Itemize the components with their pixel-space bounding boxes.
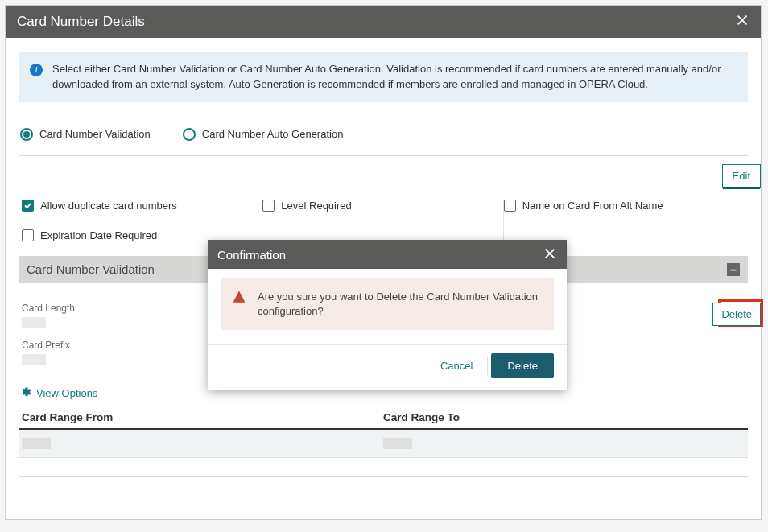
table-row[interactable] — [19, 430, 748, 458]
checkbox-icon — [22, 229, 34, 241]
checkbox-name-from-alt[interactable]: Name on Card From Alt Name — [504, 200, 735, 212]
checkbox-label: Level Required — [281, 200, 351, 212]
checkbox-icon — [504, 200, 516, 212]
close-icon[interactable] — [543, 246, 557, 263]
range-table-header: Card Range From Card Range To — [19, 406, 748, 430]
warning-icon — [232, 290, 246, 319]
radio-icon — [20, 128, 33, 141]
checkbox-allow-duplicate[interactable]: Allow duplicate card numbers — [22, 200, 252, 212]
panel-header: Card Number Details — [6, 6, 761, 38]
mode-radio-group: Card Number Validation Card Number Auto … — [19, 125, 748, 156]
dialog-title: Confirmation — [217, 248, 286, 262]
checkbox-label: Expiration Date Required — [40, 229, 157, 241]
divider — [487, 357, 488, 375]
radio-validation-label: Card Number Validation — [39, 128, 151, 140]
checkbox-level-required[interactable]: Level Required — [262, 200, 493, 212]
checkbox-label: Name on Card From Alt Name — [522, 200, 663, 212]
range-from-value — [22, 438, 51, 449]
range-to-value — [383, 438, 412, 449]
checkbox-grid: Allow duplicate card numbers Expiration … — [19, 185, 748, 248]
dialog-footer: Cancel Delete — [208, 344, 567, 390]
warning-banner: Are you sure you want to Delete the Card… — [221, 278, 554, 330]
checkbox-icon — [262, 200, 275, 212]
gear-icon — [20, 386, 31, 400]
panel-title: Card Number Details — [17, 14, 145, 30]
info-icon: i — [30, 64, 43, 76]
card-prefix-value — [22, 354, 46, 365]
dialog-message: Are you sure you want to Delete the Card… — [258, 290, 543, 319]
radio-auto-label: Card Number Auto Generation — [202, 128, 344, 140]
confirmation-dialog: Confirmation Are you sure you want to De… — [208, 240, 567, 390]
checkbox-icon — [22, 200, 34, 212]
info-banner: i Select either Card Number Validation o… — [19, 52, 748, 102]
col-range-from: Card Range From — [22, 411, 383, 423]
confirm-delete-button[interactable]: Delete — [491, 353, 554, 378]
cancel-button[interactable]: Cancel — [427, 353, 485, 378]
radio-validation[interactable]: Card Number Validation — [20, 128, 151, 141]
edit-button[interactable]: Edit — [722, 164, 761, 188]
section-title: Card Number Validation — [27, 262, 155, 276]
col-range-to: Card Range To — [383, 411, 745, 423]
delete-button[interactable]: Delete — [712, 303, 761, 326]
collapse-icon[interactable]: – — [727, 263, 740, 276]
dialog-header: Confirmation — [208, 240, 567, 269]
table-row — [19, 458, 748, 477]
view-options-label: View Options — [36, 387, 97, 399]
info-text: Select either Card Number Validation or … — [52, 62, 737, 93]
close-icon[interactable] — [735, 13, 749, 31]
checkbox-label: Allow duplicate card numbers — [40, 200, 177, 212]
card-length-value — [22, 317, 46, 328]
radio-auto-generation[interactable]: Card Number Auto Generation — [183, 128, 344, 141]
radio-icon — [183, 128, 196, 141]
